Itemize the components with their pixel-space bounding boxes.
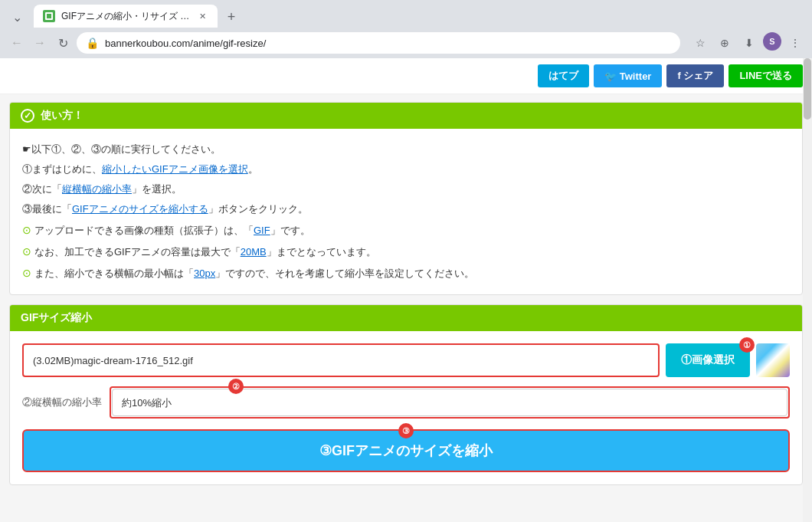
tab-bar: ⌄ GIFアニメの縮小・リサイズ - 無料で ✕ +: [0, 0, 812, 28]
gif-section: GIFサイズ縮小 (3.02MB)magic-dream-1716_512.gi…: [9, 304, 803, 485]
instruction-line-1: ①まずはじめに、縮小したいGIFアニメ画像を選択。: [22, 159, 790, 179]
scale-row: ②縦横幅の縮小率 ② 約10%縮小 約20%縮小 約30%縮小 約40%縮小: [22, 386, 790, 419]
scale-select-wrap: ② 約10%縮小 約20%縮小 約30%縮小 約40%縮小 約50%縮小 約60…: [110, 386, 790, 419]
line-button[interactable]: LINEで送る: [729, 64, 803, 87]
page-scroll: はてブ 🐦 Twitter f シェア LINEで送る ✓ 使い方！ ☛以下①、…: [0, 58, 812, 522]
30px-link[interactable]: 30px: [194, 268, 215, 279]
url-bar[interactable]: 🔒 bannerkoubou.com/anime/gif-resize/: [77, 32, 680, 54]
check-icon: ✓: [21, 109, 34, 123]
file-input-row: (3.02MB)magic-dream-1716_512.gif ① ①画像選択: [22, 343, 790, 377]
scrollbar[interactable]: [803, 58, 812, 522]
select-image-button[interactable]: ①画像選択: [666, 343, 750, 377]
url-text: bannerkoubou.com/anime/gif-resize/: [105, 38, 671, 49]
main-content: ✓ 使い方！ ☛以下①、②、③の順に実行してください。 ①まずはじめに、縮小した…: [0, 94, 812, 493]
step1-badge: ①: [739, 337, 755, 353]
window-controls-left: ⌄: [6, 6, 28, 28]
page-content: はてブ 🐦 Twitter f シェア LINEで送る ✓ 使い方！ ☛以下①、…: [0, 58, 812, 522]
info-section-title: 使い方！: [41, 109, 83, 123]
execute-button-wrap: ③ ③GIFアニメのサイズを縮小: [22, 429, 790, 472]
favicon-icon: [45, 12, 53, 20]
file-button-wrap: ① ①画像選択: [666, 343, 750, 377]
gif-thumbnail: [756, 343, 790, 377]
instruction-line-6: ⊙また、縮小できる横幅の最小幅は「30px」ですので、それを考慮して縮小率を設定…: [22, 262, 790, 284]
scale-link[interactable]: 縦横幅の縮小率: [62, 183, 132, 195]
scale-highlight: 約10%縮小 約20%縮小 約30%縮小 約40%縮小 約50%縮小 約60%縮…: [110, 386, 790, 419]
gif-section-body: (3.02MB)magic-dream-1716_512.gif ① ①画像選択…: [10, 331, 802, 484]
browser-window: ⌄ GIFアニメの縮小・リサイズ - 無料で ✕ + ← → ↻ 🔒 banne…: [0, 0, 812, 522]
instruction-line-0: ☛以下①、②、③の順に実行してください。: [22, 140, 790, 159]
gif-section-header: GIFサイズ縮小: [10, 305, 802, 331]
address-bar: ← → ↻ 🔒 bannerkoubou.com/anime/gif-resiz…: [0, 28, 812, 58]
select-link[interactable]: 縮小したいGIFアニメ画像を選択: [102, 163, 248, 175]
share-bar: はてブ 🐦 Twitter f シェア LINEで送る: [0, 58, 812, 94]
tab-favicon: [43, 10, 55, 22]
info-section-header: ✓ 使い方！: [10, 103, 802, 129]
gif-link[interactable]: GIF: [254, 225, 270, 236]
address-icons: ☆ ⊕ ⬇ S ⋮: [689, 32, 806, 54]
tab-close-button[interactable]: ✕: [196, 10, 208, 22]
instruction-line-3: ③最後に「GIFアニメのサイズを縮小する」ボタンをクリック。: [22, 199, 790, 219]
scrollbar-thumb[interactable]: [804, 58, 811, 120]
star-button[interactable]: ☆: [689, 32, 711, 54]
refresh-button[interactable]: ↻: [52, 32, 74, 54]
instruction-line-5: ⊙なお、加工できるGIFアニメの容量は最大で「20MB」までとなっています。: [22, 241, 790, 262]
forward-button[interactable]: →: [29, 32, 51, 54]
active-tab[interactable]: GIFアニメの縮小・リサイズ - 無料で ✕: [34, 5, 218, 28]
action-link[interactable]: GIFアニメのサイズを縮小する: [72, 203, 208, 215]
info-section: ✓ 使い方！ ☛以下①、②、③の順に実行してください。 ①まずはじめに、縮小した…: [9, 102, 803, 295]
scale-select[interactable]: 約10%縮小 約20%縮小 約30%縮小 約40%縮小 約50%縮小 約60%縮…: [112, 389, 787, 416]
user-avatar[interactable]: S: [763, 32, 781, 51]
dropdown-arrow[interactable]: ⌄: [6, 6, 28, 28]
new-tab-button[interactable]: +: [221, 6, 242, 28]
navigation-controls: ← → ↻: [6, 32, 74, 54]
step3-badge: ③: [398, 423, 414, 438]
facebook-button[interactable]: f シェア: [666, 64, 724, 87]
lock-icon: 🔒: [86, 37, 99, 49]
scale-label: ②縦横幅の縮小率: [22, 396, 102, 409]
back-button[interactable]: ←: [6, 32, 28, 54]
menu-button[interactable]: ⋮: [784, 32, 806, 54]
file-input-display: (3.02MB)magic-dream-1716_512.gif: [22, 343, 660, 377]
file-input-value: (3.02MB)magic-dream-1716_512.gif: [33, 355, 193, 366]
20mb-link[interactable]: 20MB: [241, 246, 267, 258]
instruction-line-4: ⊙アップロードできる画像の種類（拡張子）は、「GIF」です。: [22, 219, 790, 241]
twitter-button[interactable]: 🐦 Twitter: [594, 64, 662, 87]
extension-button[interactable]: ⊕: [714, 32, 735, 54]
gif-section-title: GIFサイズ縮小: [21, 311, 92, 325]
download-button[interactable]: ⬇: [738, 32, 760, 54]
hatena-button[interactable]: はてブ: [538, 64, 589, 87]
info-section-body: ☛以下①、②、③の順に実行してください。 ①まずはじめに、縮小したいGIFアニメ…: [10, 129, 802, 294]
step2-badge: ②: [228, 379, 244, 394]
instruction-line-2: ②次に「縦横幅の縮小率」を選択。: [22, 179, 790, 199]
tab-title: GIFアニメの縮小・リサイズ - 無料で: [61, 10, 190, 23]
